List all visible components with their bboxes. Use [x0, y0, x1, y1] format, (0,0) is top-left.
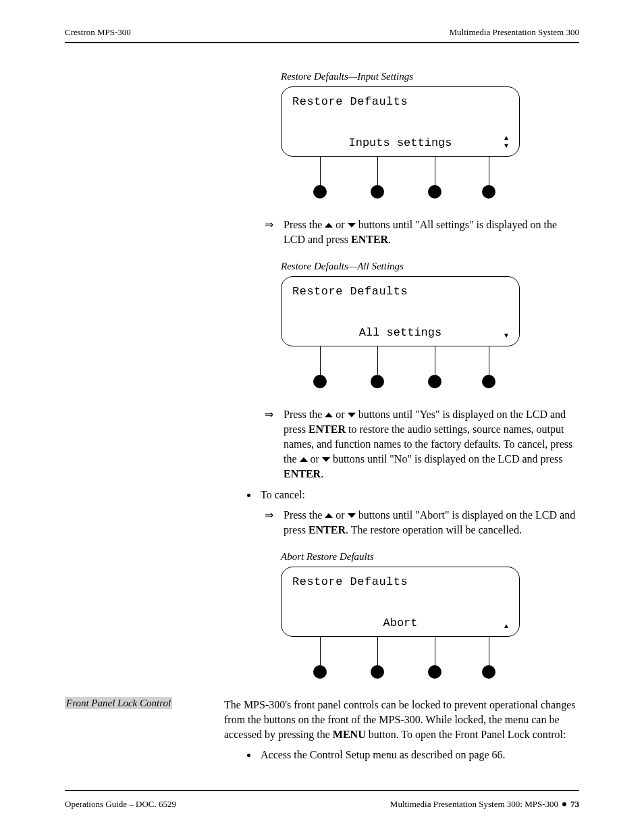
page-footer: Operations Guide – DOC. 6529 Multimedia … — [65, 799, 579, 810]
lcd-display: Restore Defaults Inputs settings ▲ ▼ — [281, 86, 520, 157]
text: To cancel: — [261, 489, 305, 500]
up-arrow-icon — [325, 513, 333, 518]
lcd-caption: Restore Defaults—All Settings — [281, 261, 579, 272]
lcd-line1: Restore Defaults — [292, 285, 508, 298]
bullet-item: To cancel: — [243, 489, 579, 501]
text: Access the Control Setup menu as describ… — [261, 749, 506, 760]
instruction-step: Press the or buttons until "Yes" is disp… — [261, 407, 579, 481]
lcd-button-row — [281, 637, 520, 684]
text: . — [388, 234, 391, 245]
lcd-line1: Restore Defaults — [292, 95, 508, 108]
down-arrow-icon — [322, 457, 330, 462]
text: or — [333, 219, 347, 230]
header-rule — [65, 42, 579, 43]
down-arrow-icon — [348, 513, 356, 518]
lcd-group-2: Restore Defaults—All Settings Restore De… — [281, 261, 579, 394]
lcd-button — [313, 375, 327, 388]
key-name: ENTER — [308, 524, 346, 536]
lcd-display: Restore Defaults All settings ▼ — [281, 276, 520, 346]
arrow-up-icon: ▲ — [503, 134, 510, 141]
header-right: Multimedia Presentation System 300 — [450, 27, 579, 38]
lcd-button — [371, 375, 384, 388]
lcd-button — [313, 665, 327, 679]
lcd-button — [482, 185, 495, 199]
lcd-button — [428, 665, 441, 679]
page-header: Crestron MPS-300 Multimedia Presentation… — [65, 27, 579, 38]
up-arrow-icon — [325, 413, 333, 417]
header-left: Crestron MPS-300 — [65, 27, 131, 38]
lcd-caption: Abort Restore Defaults — [281, 551, 579, 563]
lcd-value: All settings — [359, 326, 441, 339]
lcd-scroll-arrows: ▼ — [503, 332, 510, 339]
section-paragraph: The MPS-300's front panel controls can b… — [224, 698, 579, 742]
lcd-scroll-arrows: ▲ ▼ — [503, 134, 510, 149]
text: or — [333, 509, 347, 521]
key-name: MENU — [333, 729, 366, 740]
arrow-up-icon: ▲ — [503, 623, 510, 629]
key-name: ENTER — [351, 234, 388, 245]
up-arrow-icon — [325, 223, 333, 228]
footer-right-label: Multimedia Presentation System 300: MPS-… — [390, 799, 558, 810]
lcd-scroll-arrows: ▲ — [503, 623, 510, 629]
text: or — [333, 409, 347, 420]
lcd-caption: Restore Defaults—Input Settings — [281, 71, 579, 82]
bullet-item: Access the Control Setup menu as describ… — [243, 749, 579, 761]
footer-rule — [65, 790, 579, 791]
heading-text: Front Panel Lock Control — [65, 697, 172, 709]
instruction-step: Press the or buttons until "All settings… — [261, 217, 579, 247]
page-number: 73 — [570, 799, 579, 810]
text: buttons until "No" is displayed on the L… — [330, 453, 563, 465]
lcd-button-row — [281, 346, 520, 394]
text: . The restore operation will be cancelle… — [346, 524, 522, 536]
text: . — [321, 468, 323, 479]
key-name: ENTER — [284, 468, 321, 479]
lcd-group-1: Restore Defaults—Input Settings Restore … — [281, 71, 579, 204]
text: Press the — [284, 509, 325, 521]
arrow-down-icon: ▼ — [503, 332, 510, 339]
lcd-button — [371, 185, 384, 199]
text: Press the — [284, 409, 325, 420]
lcd-button — [482, 375, 495, 388]
text: or — [308, 453, 322, 465]
dot-icon — [562, 802, 566, 806]
up-arrow-icon — [300, 457, 308, 462]
down-arrow-icon — [348, 223, 356, 228]
footer-left: Operations Guide – DOC. 6529 — [65, 799, 176, 810]
lcd-button — [482, 665, 495, 679]
key-name: ENTER — [308, 423, 346, 435]
instruction-step: Press the or buttons until "Abort" is di… — [261, 508, 579, 538]
lcd-line1: Restore Defaults — [292, 575, 508, 588]
lcd-value: Abort — [383, 617, 417, 629]
lcd-button — [313, 185, 327, 199]
lcd-group-3: Abort Restore Defaults Restore Defaults … — [281, 551, 579, 684]
lcd-button-row — [281, 157, 520, 204]
lcd-value: Inputs settings — [348, 136, 452, 149]
section-heading: Front Panel Lock Control — [65, 698, 200, 709]
lcd-button — [428, 185, 441, 199]
text: button. To open the Front Panel Lock con… — [366, 729, 566, 740]
text: Press the — [284, 219, 325, 230]
lcd-button — [428, 375, 441, 388]
lcd-display: Restore Defaults Abort ▲ — [281, 567, 520, 637]
arrow-down-icon: ▼ — [503, 142, 510, 149]
lcd-button — [371, 665, 384, 679]
down-arrow-icon — [348, 413, 356, 417]
